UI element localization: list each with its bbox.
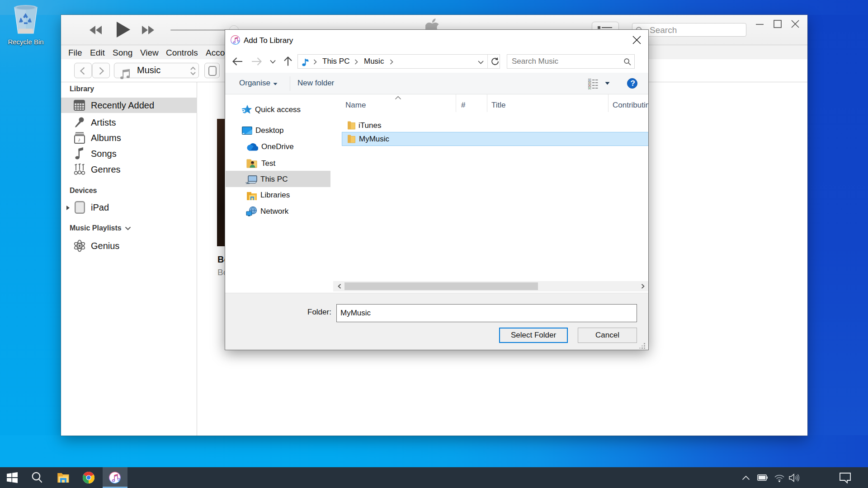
svg-text:♪: ♪ <box>78 136 80 143</box>
